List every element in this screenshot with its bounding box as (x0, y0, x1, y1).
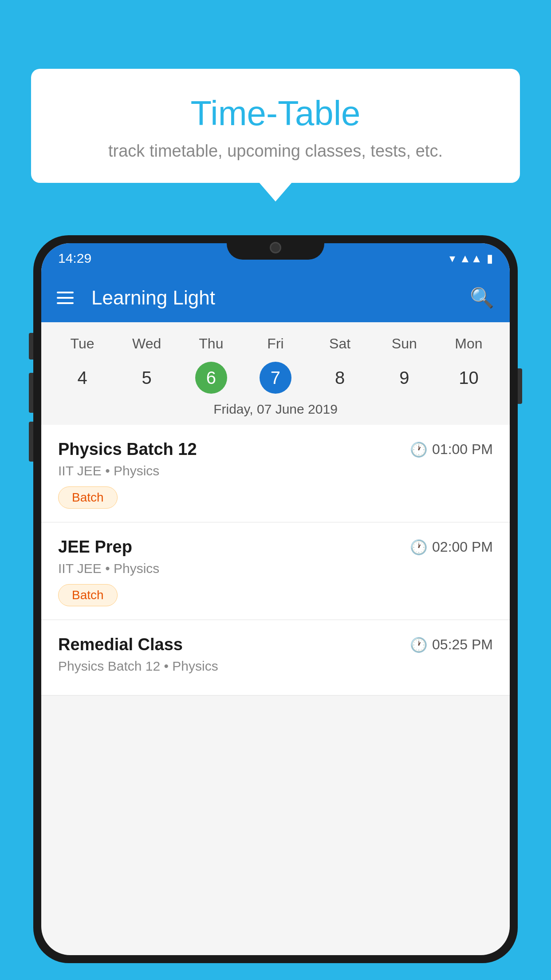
status-time: 14:29 (58, 251, 91, 266)
class-name-2: JEE Prep (58, 537, 132, 557)
class-item-remedial[interactable]: Remedial Class 🕐 05:25 PM Physics Batch … (41, 620, 510, 695)
day-9[interactable]: 9 (372, 360, 437, 395)
phone-mockup: 14:29 ▾ ▲▲ ▮ Learning Light 🔍 (33, 235, 518, 980)
class-time-value-3: 05:25 PM (432, 636, 493, 653)
class-item-jee-prep[interactable]: JEE Prep 🕐 02:00 PM IIT JEE • Physics Ba… (41, 522, 510, 620)
class-item-header-1: Physics Batch 12 🕐 01:00 PM (58, 440, 493, 459)
app-bar: Learning Light 🔍 (41, 273, 510, 322)
bubble-title: Time-Table (58, 93, 493, 134)
day-10[interactable]: 10 (437, 360, 501, 395)
day-8[interactable]: 8 (308, 360, 372, 395)
status-icons: ▾ ▲▲ ▮ (449, 252, 493, 265)
day-header-sat: Sat (308, 331, 372, 356)
class-time-2: 🕐 02:00 PM (410, 539, 493, 556)
signal-icon: ▲▲ (460, 252, 482, 265)
class-item-physics-batch-12[interactable]: Physics Batch 12 🕐 01:00 PM IIT JEE • Ph… (41, 425, 510, 522)
volume-up-button (29, 373, 33, 413)
power-button (518, 368, 522, 404)
clock-icon-1: 🕐 (410, 441, 428, 458)
day-4[interactable]: 4 (50, 360, 114, 395)
hamburger-menu-button[interactable] (57, 292, 74, 304)
day-header-sun: Sun (372, 331, 437, 356)
class-item-header-2: JEE Prep 🕐 02:00 PM (58, 537, 493, 557)
batch-badge-1: Batch (58, 486, 118, 509)
speech-bubble: Time-Table track timetable, upcoming cla… (31, 69, 520, 183)
class-meta-3: Physics Batch 12 • Physics (58, 659, 493, 674)
calendar-strip: Tue Wed Thu Fri Sat Sun Mon 4 5 6 7 8 9 … (41, 322, 510, 425)
class-name-1: Physics Batch 12 (58, 440, 197, 459)
batch-badge-2: Batch (58, 584, 118, 606)
class-meta-1: IIT JEE • Physics (58, 463, 493, 478)
class-meta-2: IIT JEE • Physics (58, 561, 493, 576)
volume-silent-button (29, 333, 33, 360)
class-name-3: Remedial Class (58, 635, 183, 654)
day-header-wed: Wed (114, 331, 179, 356)
clock-icon-2: 🕐 (410, 539, 428, 556)
day-header-thu: Thu (179, 331, 243, 356)
day-numbers: 4 5 6 7 8 9 10 (41, 360, 510, 395)
class-time-value-2: 02:00 PM (432, 539, 493, 555)
battery-icon: ▮ (487, 252, 493, 265)
day-header-tue: Tue (50, 331, 114, 356)
day-5[interactable]: 5 (114, 360, 179, 395)
search-icon[interactable]: 🔍 (470, 286, 494, 309)
class-time-3: 🕐 05:25 PM (410, 636, 493, 653)
clock-icon-3: 🕐 (410, 636, 428, 653)
phone-screen: 14:29 ▾ ▲▲ ▮ Learning Light 🔍 (41, 243, 510, 955)
phone-outer: 14:29 ▾ ▲▲ ▮ Learning Light 🔍 (33, 235, 518, 963)
phone-notch (227, 235, 324, 260)
app-title: Learning Light (91, 287, 457, 309)
class-item-header-3: Remedial Class 🕐 05:25 PM (58, 635, 493, 654)
class-list: Physics Batch 12 🕐 01:00 PM IIT JEE • Ph… (41, 425, 510, 695)
selected-date-label: Friday, 07 June 2019 (41, 395, 510, 425)
day-header-mon: Mon (437, 331, 501, 356)
day-6-today[interactable]: 6 (179, 360, 243, 395)
day-7-selected[interactable]: 7 (243, 360, 307, 395)
speech-bubble-container: Time-Table track timetable, upcoming cla… (31, 69, 520, 183)
bubble-subtitle: track timetable, upcoming classes, tests… (58, 142, 493, 161)
front-camera (270, 242, 281, 253)
wifi-icon: ▾ (449, 252, 455, 265)
day-header-fri: Fri (243, 331, 307, 356)
class-time-value-1: 01:00 PM (432, 441, 493, 458)
class-time-1: 🕐 01:00 PM (410, 441, 493, 458)
volume-down-button (29, 422, 33, 462)
day-headers: Tue Wed Thu Fri Sat Sun Mon (41, 331, 510, 356)
